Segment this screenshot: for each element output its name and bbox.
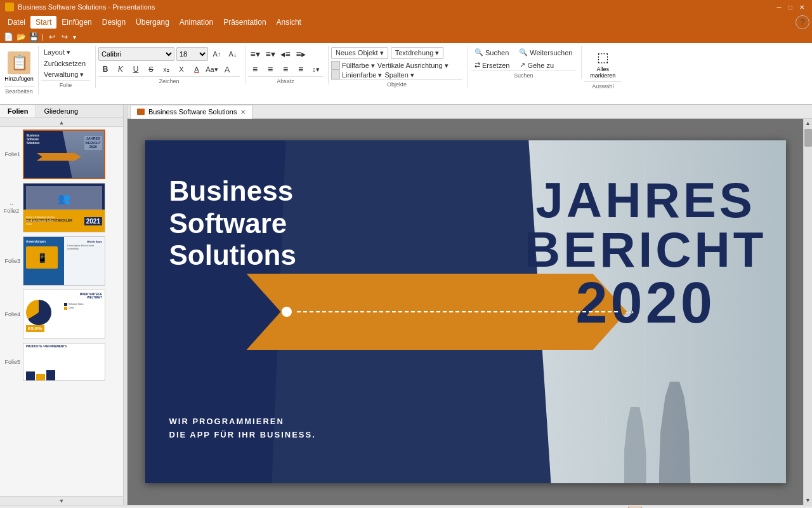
font-highlight-button[interactable]: A xyxy=(220,62,234,76)
font-size-select[interactable]: 18 xyxy=(176,47,208,61)
bold-button[interactable]: B xyxy=(98,62,112,76)
slide-4-thumb[interactable]: MARKTANTEILEWELTWEIT 65.8% Software Sale… xyxy=(23,290,105,339)
qa-new[interactable]: 📄 xyxy=(3,31,14,43)
strikeout-button[interactable]: X xyxy=(174,62,188,76)
minimize-button[interactable]: ─ xyxy=(774,2,784,12)
text-transform-button[interactable]: Aa▾ xyxy=(205,62,219,76)
ribbon-group-auswahl: ⬚ Alles markieren Auswahl xyxy=(582,46,626,90)
neues-objekt-button[interactable]: Neues Objekt ▾ xyxy=(331,47,388,59)
slide-1-thumb[interactable]: BusinessSoftwareSolutions JAHRESBERICHT2… xyxy=(23,130,105,179)
scroll-down-button[interactable]: ▼ xyxy=(804,496,813,505)
slide4-legend: Software Sales Other xyxy=(64,303,102,310)
qa-separator2: ▾ xyxy=(73,34,76,41)
font-size-down-button[interactable]: A↓ xyxy=(226,47,240,61)
indent-increase-button[interactable]: ≡▸ xyxy=(294,47,308,61)
ribbon-group-suchen: 🔍 Suchen 🔍 Weitersuchen ⇄ Ersetzen ↗ xyxy=(468,46,582,79)
doc-tab-bar: Business Software Solutions ✕ xyxy=(128,105,812,119)
zuruck-button[interactable]: Zurücksetzen xyxy=(41,58,90,69)
close-button[interactable]: ✕ xyxy=(797,2,807,12)
slide5-bars xyxy=(23,368,105,380)
scroll-up-button[interactable]: ▲ xyxy=(804,119,813,128)
menu-bar: Datei Start Einfügen Design Übergang Ani… xyxy=(0,14,812,30)
menu-ansicht[interactable]: Ansicht xyxy=(272,16,306,29)
slide3-device: 📱 xyxy=(26,246,58,269)
slide3-apps-label: Mobile Apps xyxy=(87,240,102,243)
menu-design[interactable]: Design xyxy=(97,16,131,29)
menu-start[interactable]: Start xyxy=(30,16,56,29)
slide1-orange-thumb xyxy=(37,153,81,161)
vertikale-ausrichtung-button[interactable]: Vertikale Ausrichtung ▾ xyxy=(377,62,449,70)
line-spacing-button[interactable]: ↕▾ xyxy=(309,62,323,76)
slide-3-thumb[interactable]: Anwendungen 📱 Mobile Apps Lorem ipsum do… xyxy=(23,236,105,286)
fullfarbe-button[interactable]: Füllfarbe ▾ xyxy=(342,62,375,70)
align-right-button[interactable]: ≡ xyxy=(278,62,292,76)
doc-tab-icon xyxy=(137,109,145,115)
subscript-button[interactable]: x₂ xyxy=(159,62,173,76)
qa-open[interactable]: 📂 xyxy=(15,31,27,43)
slide-3-number: Folie3 xyxy=(3,258,20,264)
alles-markieren-button[interactable]: ⬚ Alles markieren xyxy=(585,47,620,81)
strikethrough-button[interactable]: S xyxy=(144,62,158,76)
ribbon-group-bearbeiten: 📋 Hinzufügen Bearbeiten xyxy=(3,46,39,95)
indent-decrease-button[interactable]: ◂≡ xyxy=(278,47,292,61)
menu-animation[interactable]: Animation xyxy=(174,16,218,29)
menu-uebergang[interactable]: Übergang xyxy=(131,16,174,29)
doc-tab[interactable]: Business Software Solutions ✕ xyxy=(130,105,252,119)
menu-einfuegen[interactable]: Einfügen xyxy=(56,16,96,29)
menu-datei[interactable]: Datei xyxy=(3,16,30,29)
italic-button[interactable]: K xyxy=(114,62,128,76)
font-color-button[interactable]: A xyxy=(190,62,204,76)
slide1-title-mini: BusinessSoftwareSolutions xyxy=(27,134,40,145)
doc-tab-close[interactable]: ✕ xyxy=(240,109,246,116)
font-name-select[interactable]: Calibri xyxy=(98,47,174,61)
slide2-subtitle: Unsere Entwickler stehen Ihnen mit Rat u… xyxy=(26,215,58,225)
main-slide[interactable]: Business Software Solutions → WIR PROGRA… xyxy=(145,140,786,483)
tab-gliederung[interactable]: Gliederung xyxy=(36,105,86,117)
title-bar: Business Software Solutions - Presentati… xyxy=(0,0,812,14)
tab-folien[interactable]: Folien xyxy=(0,105,36,117)
slide-2-thumb[interactable]: DIE KREATIVEN ENTWICKLER 👥 2021 Unsere E… xyxy=(23,183,105,232)
arrow-dot xyxy=(282,307,292,317)
goto-icon: ↗ xyxy=(520,61,525,69)
slide-item-4[interactable]: Folie4 MARKTANTEILEWELTWEIT 65.8% Softwa… xyxy=(3,290,121,339)
app-icon xyxy=(5,3,14,11)
slide-scroll-up[interactable]: ▲ xyxy=(0,118,123,127)
scroll-thumb[interactable] xyxy=(804,129,812,147)
hinzufugen-button[interactable]: 📋 Hinzufügen xyxy=(4,47,34,86)
menu-praesentation[interactable]: Präsentation xyxy=(218,16,271,29)
qa-redo[interactable]: ↪ xyxy=(59,31,70,43)
slide-5-number: Folie5 xyxy=(3,359,20,365)
slide-5-thumb[interactable]: PRODUKTE / ABONNEMENTS xyxy=(23,343,105,381)
zeichen-label: Zeichen xyxy=(98,76,240,84)
list-bullet-button[interactable]: ≡▾ xyxy=(248,47,262,61)
slide2-year: 2021 xyxy=(84,217,102,225)
underline-button[interactable]: U xyxy=(129,62,143,76)
suchen-button[interactable]: 🔍 Suchen xyxy=(471,47,513,58)
gehe-zu-button[interactable]: ↗ Gehe zu xyxy=(516,60,558,70)
vertikale-container: Vertikale Ausrichtung ▾ xyxy=(377,61,449,70)
fullfarbe-container: Füllfarbe ▾ xyxy=(331,61,375,70)
list-number-button[interactable]: ≡▾ xyxy=(263,47,277,61)
slide-item-1[interactable]: Folie1 BusinessSoftwareSolutions JAHRESB… xyxy=(3,130,121,179)
verwaltung-button[interactable]: Verwaltung ▾ xyxy=(41,69,90,80)
font-size-up-button[interactable]: A↑ xyxy=(210,47,224,61)
maximize-button[interactable]: □ xyxy=(785,2,796,12)
qa-save[interactable]: 💾 xyxy=(28,31,39,43)
textdrehung-button[interactable]: Textdrehung ▾ xyxy=(391,47,444,59)
ersetzen-button[interactable]: ⇄ Ersetzen xyxy=(471,60,513,70)
align-left-button[interactable]: ≡ xyxy=(248,62,262,76)
slide-main-title: Business Software Solutions xyxy=(169,175,296,272)
qa-undo[interactable]: ↩ xyxy=(46,31,58,43)
slide-item-2[interactable]: ↔ Folie2 DIE KREATIVEN ENTWICKLER 👥 2021… xyxy=(3,183,121,232)
spalten-button[interactable]: Spalten ▾ xyxy=(385,70,414,79)
align-center-button[interactable]: ≡ xyxy=(263,62,277,76)
help-button[interactable]: ? xyxy=(796,15,809,29)
layout-button[interactable]: Layout ▾ xyxy=(41,47,90,58)
slide-item-3[interactable]: Folie3 Anwendungen 📱 Mobile Apps Lorem i… xyxy=(3,236,121,286)
ribbon: 📋 Hinzufügen Bearbeiten Layout ▾ Zurücks… xyxy=(0,43,812,104)
weitersuchen-button[interactable]: 🔍 Weitersuchen xyxy=(515,47,576,58)
align-justify-button[interactable]: ≡ xyxy=(294,62,308,76)
slide-item-5[interactable]: Folie5 PRODUKTE / ABONNEMENTS xyxy=(3,343,121,381)
linienfarbe-button[interactable]: Linienfarbe ▾ xyxy=(342,71,383,79)
slide-scroll-down[interactable]: ▼ xyxy=(0,496,123,505)
